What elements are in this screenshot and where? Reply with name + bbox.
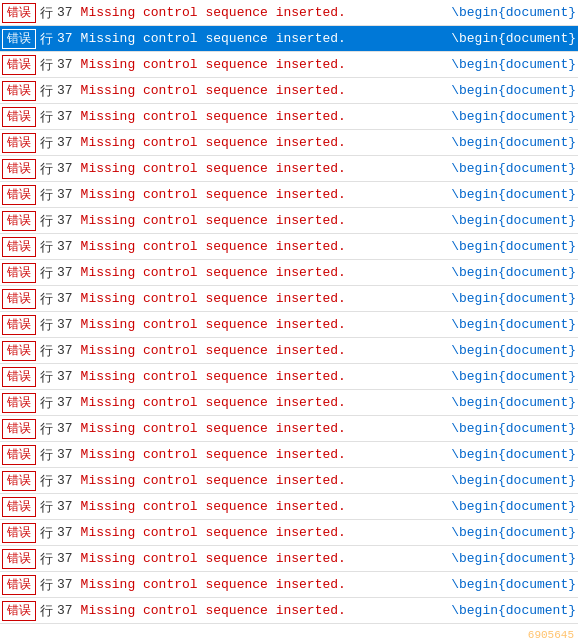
error-message: Missing control sequence inserted. xyxy=(81,551,446,566)
table-row[interactable]: 错误行37Missing control sequence inserted.\… xyxy=(0,494,578,520)
line-label: 行 xyxy=(40,576,53,594)
error-badge: 错误 xyxy=(2,471,36,491)
error-badge: 错误 xyxy=(2,315,36,335)
line-number: 37 xyxy=(57,265,73,280)
line-number: 37 xyxy=(57,473,73,488)
doc-tag: \begin{document} xyxy=(451,447,576,462)
doc-tag: \begin{document} xyxy=(451,57,576,72)
line-number: 37 xyxy=(57,83,73,98)
error-message: Missing control sequence inserted. xyxy=(81,577,446,592)
table-row[interactable]: 错误行37Missing control sequence inserted.\… xyxy=(0,442,578,468)
line-label: 行 xyxy=(40,186,53,204)
table-row[interactable]: 错误行37Missing control sequence inserted.\… xyxy=(0,312,578,338)
table-row[interactable]: 错误行37Missing control sequence inserted.\… xyxy=(0,78,578,104)
error-badge: 错误 xyxy=(2,29,36,49)
doc-tag: \begin{document} xyxy=(451,31,576,46)
error-badge: 错误 xyxy=(2,575,36,595)
line-number: 37 xyxy=(57,291,73,306)
error-message: Missing control sequence inserted. xyxy=(81,369,446,384)
table-row[interactable]: 错误行37Missing control sequence inserted.\… xyxy=(0,520,578,546)
error-badge: 错误 xyxy=(2,601,36,621)
doc-tag: \begin{document} xyxy=(451,499,576,514)
doc-tag: \begin{document} xyxy=(451,317,576,332)
doc-tag: \begin{document} xyxy=(451,265,576,280)
table-row[interactable]: 错误行37Missing control sequence inserted.\… xyxy=(0,286,578,312)
table-row[interactable]: 错误行37Missing control sequence inserted.\… xyxy=(0,390,578,416)
doc-tag: \begin{document} xyxy=(451,525,576,540)
table-row[interactable]: 错误行37Missing control sequence inserted.\… xyxy=(0,104,578,130)
line-label: 行 xyxy=(40,4,53,22)
line-label: 行 xyxy=(40,420,53,438)
error-list: 错误行37Missing control sequence inserted.\… xyxy=(0,0,578,643)
line-label: 行 xyxy=(40,472,53,490)
table-row[interactable]: 错误行37Missing control sequence inserted.\… xyxy=(0,130,578,156)
error-badge: 错误 xyxy=(2,81,36,101)
doc-tag: \begin{document} xyxy=(451,213,576,228)
line-label: 行 xyxy=(40,524,53,542)
doc-tag: \begin{document} xyxy=(451,473,576,488)
table-row[interactable]: 错误行37Missing control sequence inserted.\… xyxy=(0,234,578,260)
line-number: 37 xyxy=(57,421,73,436)
table-row[interactable]: 错误行37Missing control sequence inserted.\… xyxy=(0,0,578,26)
error-badge: 错误 xyxy=(2,419,36,439)
error-message: Missing control sequence inserted. xyxy=(81,421,446,436)
error-message: Missing control sequence inserted. xyxy=(81,31,446,46)
table-row[interactable]: 错误行37Missing control sequence inserted.\… xyxy=(0,52,578,78)
table-row[interactable]: 错误行37Missing control sequence inserted.\… xyxy=(0,572,578,598)
error-message: Missing control sequence inserted. xyxy=(81,57,446,72)
table-row[interactable]: 错误行37Missing control sequence inserted.\… xyxy=(0,546,578,572)
error-message: Missing control sequence inserted. xyxy=(81,213,446,228)
error-badge: 错误 xyxy=(2,393,36,413)
error-badge: 错误 xyxy=(2,289,36,309)
line-label: 行 xyxy=(40,368,53,386)
table-row[interactable]: 错误行37Missing control sequence inserted.\… xyxy=(0,182,578,208)
line-label: 行 xyxy=(40,550,53,568)
error-badge: 错误 xyxy=(2,133,36,153)
line-label: 行 xyxy=(40,394,53,412)
error-badge: 错误 xyxy=(2,185,36,205)
line-number: 37 xyxy=(57,525,73,540)
line-number: 37 xyxy=(57,447,73,462)
table-row[interactable]: 错误行37Missing control sequence inserted.\… xyxy=(0,156,578,182)
error-message: Missing control sequence inserted. xyxy=(81,109,446,124)
line-label: 行 xyxy=(40,108,53,126)
error-badge: 错误 xyxy=(2,263,36,283)
table-row[interactable]: 错误行37Missing control sequence inserted.\… xyxy=(0,260,578,286)
line-label: 行 xyxy=(40,290,53,308)
line-number: 37 xyxy=(57,499,73,514)
doc-tag: \begin{document} xyxy=(451,239,576,254)
table-row[interactable]: 错误行37Missing control sequence inserted.\… xyxy=(0,416,578,442)
line-number: 37 xyxy=(57,31,73,46)
doc-tag: \begin{document} xyxy=(451,603,576,618)
table-row[interactable]: 错误行37Missing control sequence inserted.\… xyxy=(0,468,578,494)
error-message: Missing control sequence inserted. xyxy=(81,5,446,20)
error-message: Missing control sequence inserted. xyxy=(81,161,446,176)
line-number: 37 xyxy=(57,395,73,410)
error-badge: 错误 xyxy=(2,211,36,231)
line-number: 37 xyxy=(57,577,73,592)
doc-tag: \begin{document} xyxy=(451,369,576,384)
line-label: 行 xyxy=(40,82,53,100)
table-row[interactable]: 错误行37Missing control sequence inserted.\… xyxy=(0,598,578,624)
error-message: Missing control sequence inserted. xyxy=(81,473,446,488)
table-row[interactable]: 错误行37Missing control sequence inserted.\… xyxy=(0,338,578,364)
line-label: 行 xyxy=(40,30,53,48)
line-label: 行 xyxy=(40,56,53,74)
line-label: 行 xyxy=(40,342,53,360)
doc-tag: \begin{document} xyxy=(451,83,576,98)
error-message: Missing control sequence inserted. xyxy=(81,525,446,540)
table-row[interactable]: 错误行37Missing control sequence inserted.\… xyxy=(0,26,578,52)
doc-tag: \begin{document} xyxy=(451,395,576,410)
error-badge: 错误 xyxy=(2,367,36,387)
line-number: 37 xyxy=(57,343,73,358)
table-row[interactable]: 错误行37Missing control sequence inserted.\… xyxy=(0,208,578,234)
error-badge: 错误 xyxy=(2,341,36,361)
error-message: Missing control sequence inserted. xyxy=(81,291,446,306)
error-badge: 错误 xyxy=(2,3,36,23)
line-number: 37 xyxy=(57,239,73,254)
error-badge: 错误 xyxy=(2,107,36,127)
line-number: 37 xyxy=(57,187,73,202)
table-row[interactable]: 错误行37Missing control sequence inserted.\… xyxy=(0,364,578,390)
error-message: Missing control sequence inserted. xyxy=(81,343,446,358)
line-label: 行 xyxy=(40,316,53,334)
